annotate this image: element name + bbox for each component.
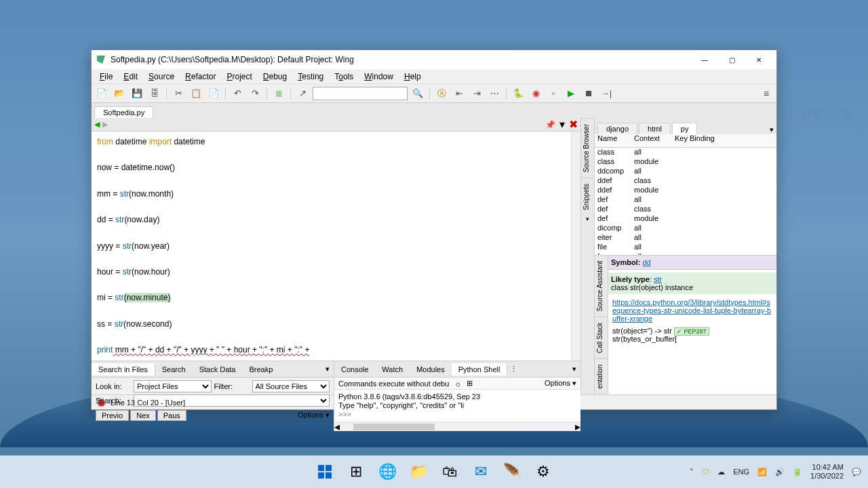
menu-project[interactable]: Project [221,70,257,83]
side-tab-call-stack[interactable]: Call Stack [595,317,608,359]
start-button[interactable] [311,458,338,485]
menu-edit[interactable]: Edit [118,70,143,83]
browser-tab-html[interactable]: html [639,123,671,134]
close-tab-icon[interactable]: ✖ [569,118,578,131]
weather-icon[interactable]: ☁ [717,468,725,476]
menu-source[interactable]: Source [143,70,180,83]
search-toolbar-input[interactable] [313,87,408,100]
save-all-icon[interactable]: 🗄 [147,86,162,101]
language-indicator[interactable]: ENG [733,468,749,476]
browser-menu-icon[interactable]: ▾ [770,125,774,134]
titlebar[interactable]: Softpedia.py (C:\Users\Softpedia.M\Deskt… [92,50,776,69]
browser-tab-django[interactable]: django [597,123,637,134]
copy-icon[interactable]: 📋 [189,86,203,101]
run-icon[interactable]: ▶ [564,86,578,101]
tab-watch[interactable]: Watch [375,363,410,375]
nav-back-icon[interactable]: ◀ [94,120,100,129]
tab-breakpoints[interactable]: Breakp [242,363,279,375]
file-tab[interactable]: Softpedia.py [94,106,153,118]
menu-window[interactable]: Window [359,70,399,83]
search-icon[interactable]: 🔍 [410,86,425,101]
mail-icon[interactable]: ✉ [467,458,494,485]
doc-link[interactable]: https://docs.python.org/3/library/stdtyp… [612,298,772,323]
indent-guide-icon[interactable]: ⫼ [271,86,286,101]
security-icon[interactable]: 🛡 [702,468,709,476]
undo-icon[interactable]: ↶ [230,86,245,101]
python-shell[interactable]: Python 3.8.6 (tags/v3.8.6:db45529, Sep 2… [334,390,580,422]
browser-list[interactable]: classall classmodule ddcompall ddefclass… [595,148,776,255]
save-icon[interactable]: 💾 [130,86,144,101]
tab-modules[interactable]: Modules [410,363,452,375]
pause-button[interactable]: Paus [157,410,186,421]
goto-icon[interactable]: ↗ [295,86,310,101]
new-file-icon[interactable]: 📄 [94,86,109,101]
editor-scrollbar[interactable] [571,131,580,361]
open-icon[interactable]: 📂 [112,86,127,101]
menu-tools[interactable]: Tools [329,70,359,83]
close-button[interactable]: ✕ [745,52,772,68]
taskview-icon[interactable]: ⊞ [342,458,370,485]
search-options[interactable]: Options ▾ [298,411,330,420]
case-icon[interactable]: Ⓐ [434,86,449,101]
side-tab-source-browser[interactable]: Source Browser [581,118,594,178]
tab-search-in-files[interactable]: Search in Files [92,363,155,375]
type-link[interactable]: str [654,275,662,283]
tray-chevron-icon[interactable]: ˄ [690,468,694,476]
wing-taskbar-icon[interactable]: 🪶 [498,458,526,485]
battery-icon[interactable]: 🔋 [793,468,802,476]
step-icon[interactable]: →| [599,86,614,101]
hamburger-icon[interactable]: ≡ [759,86,774,101]
panel-menu-icon[interactable]: ▾ [321,365,334,373]
menu-refactor[interactable]: Refactor [180,70,221,83]
gear-icon[interactable]: ☼ [454,380,461,388]
explorer-icon[interactable]: 📁 [405,458,432,485]
notifications-icon[interactable]: 💬 [852,468,861,476]
edge-icon[interactable]: 🌐 [374,458,401,485]
clock[interactable]: 10:42 AM 1/30/2022 [810,463,844,481]
tab-stack-data[interactable]: Stack Data [193,363,243,375]
paste-icon[interactable]: 📄 [206,86,221,101]
next-button[interactable]: Nex [130,410,156,421]
redo-icon[interactable]: ↷ [248,86,262,101]
comment-icon[interactable]: ⋯ [487,86,502,101]
taskbar[interactable]: ⊞ 🌐 📁 🛍 ✉ 🪶 ⚙ ˄ 🛡 ☁ ENG 📶 🔊 🔋 10:42 AM 1… [0,455,868,488]
side-tab-documentation[interactable]: entation [595,359,608,394]
add-frame-icon[interactable]: ⊞ [467,379,473,388]
run-file-icon[interactable]: ▫ [546,86,561,101]
side-tab-source-assistant[interactable]: Source Assistant [595,255,608,317]
menu-debug[interactable]: Debug [258,70,292,83]
debug-config-icon[interactable]: ◉ [528,86,543,101]
prev-button[interactable]: Previo [96,410,129,421]
wifi-icon[interactable]: 📶 [757,468,767,476]
console-menu-icon[interactable]: ▾ [568,365,580,373]
indent-icon[interactable]: ⇥ [469,86,484,101]
minimize-tab-icon[interactable]: ▾ [559,118,565,131]
tab-search[interactable]: Search [155,363,193,375]
tab-add-icon[interactable]: ⋮ [507,365,520,373]
tab-console[interactable]: Console [334,363,375,375]
minimize-button[interactable]: — [691,52,718,68]
filter-select[interactable]: All Source Files [252,380,330,392]
side-expand-icon[interactable]: ▾ [581,216,594,222]
browser-tab-py[interactable]: py [672,123,698,134]
menu-help[interactable]: Help [399,70,427,83]
store-icon[interactable]: 🛍 [436,458,463,485]
side-tab-snippets[interactable]: Snippets [581,178,594,216]
symbol-link[interactable]: dd [642,258,650,266]
settings-icon[interactable]: ⚙ [530,458,557,485]
cut-icon[interactable]: ✂ [171,86,186,101]
python-icon[interactable]: 🐍 [511,86,526,101]
stop-icon[interactable]: ⏹ [581,86,596,101]
console-hscroll[interactable]: ◂▸ [334,422,580,431]
nav-fwd-icon[interactable]: ▶ [102,120,108,129]
tab-python-shell[interactable]: Python Shell [452,363,508,375]
menu-testing[interactable]: Testing [292,70,329,83]
pin-icon[interactable]: 📌 [545,120,555,129]
volume-icon[interactable]: 🔊 [775,468,785,476]
console-options[interactable]: Options ▾ [545,379,576,388]
bug-icon[interactable]: 🐞 [96,397,106,407]
code-editor[interactable]: from datetime import datetime now = date… [92,131,571,361]
dedent-icon[interactable]: ⇤ [452,86,467,101]
menu-file[interactable]: File [94,70,118,83]
maximize-button[interactable]: ▢ [718,52,745,68]
